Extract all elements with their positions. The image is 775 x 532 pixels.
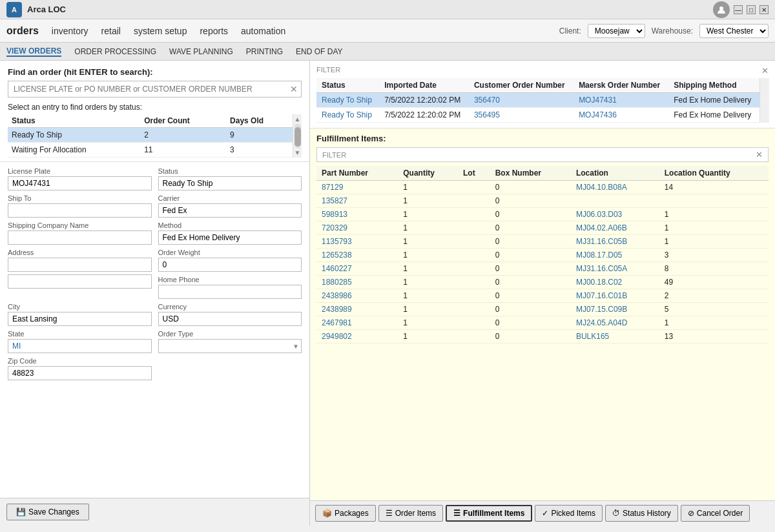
- order-weight-label: Order Weight: [158, 249, 302, 256]
- shipping-company-input[interactable]: [8, 230, 152, 245]
- user-avatar[interactable]: [713, 1, 730, 18]
- fulfillment-items-icon: ☰: [453, 509, 460, 518]
- orders-table-row[interactable]: Ready To Ship 7/5/2022 12:20:02 PM 35647…: [316, 93, 760, 108]
- sub-nav: VIEW ORDERS ORDER PROCESSING WAVE PLANNI…: [0, 43, 775, 61]
- status-table-row[interactable]: Waiting For Allocation 11 3: [8, 143, 293, 158]
- sub-nav-printing[interactable]: PRINTING: [246, 47, 283, 56]
- tab-packages[interactable]: 📦 Packages: [315, 505, 376, 522]
- fulfillment-filter-close[interactable]: ✕: [756, 150, 763, 159]
- tab-status-history[interactable]: ⏱ Status History: [605, 505, 678, 522]
- fulfillment-table-row[interactable]: 1265238 1 0 MJ08.17.D05 3: [316, 249, 769, 262]
- status-history-icon: ⏱: [612, 509, 620, 518]
- order-weight-input[interactable]: [158, 258, 302, 272]
- order-items-icon: ☰: [386, 509, 393, 518]
- license-plate-label: License Plate: [8, 167, 152, 175]
- tab-cancel-order[interactable]: ⊘ Cancel Order: [681, 505, 750, 522]
- lot-col: Lot: [458, 166, 490, 181]
- scroll-up-arrow[interactable]: ▲: [294, 116, 301, 123]
- fulfillment-table-row[interactable]: 2467981 1 0 MJ24.05.A04D 1: [316, 316, 769, 330]
- filter-label: FILTER: [316, 66, 340, 76]
- top-bar: A Arca LOC: [6, 2, 713, 17]
- zip-label: Zip Code: [8, 357, 152, 365]
- quantity-col: Quantity: [398, 166, 458, 181]
- order-detail-section: License Plate Status Ship To Carrier: [0, 162, 309, 498]
- ship-to-input[interactable]: [8, 203, 152, 218]
- fulfillment-title: Fulfillment Items:: [316, 134, 769, 143]
- fulfillment-table-row[interactable]: 720329 1 0 MJ04.02.A06B 1: [316, 221, 769, 235]
- order-type-label: Order Type: [158, 330, 302, 338]
- address-label: Address: [8, 249, 152, 256]
- zip-input[interactable]: [8, 366, 152, 380]
- orders-table: Status Imported Date Customer Order Numb…: [316, 78, 760, 123]
- order-type-input[interactable]: [158, 339, 302, 353]
- nav-item-orders[interactable]: orders: [6, 25, 39, 37]
- status-table-row[interactable]: Ready To Ship 2 9: [8, 128, 293, 143]
- tab-picked-items[interactable]: ✓ Picked Items: [535, 505, 603, 522]
- filter-section: FILTER ✕ Status Imported Date Customer O…: [310, 61, 775, 128]
- save-changes-button[interactable]: 💾 Save Changes: [6, 504, 89, 520]
- nav-item-automation[interactable]: automation: [241, 26, 285, 36]
- fulfillment-table-row[interactable]: 2438986 1 0 MJ07.16.C01B 2: [316, 289, 769, 303]
- method-label: Method: [158, 221, 302, 229]
- main-nav: orders inventory retail system setup rep…: [0, 19, 775, 43]
- tab-fulfillment-items[interactable]: ☰ Fulfillment Items: [446, 505, 532, 522]
- carrier-label: Carrier: [158, 194, 302, 202]
- fulfillment-table-row[interactable]: 1460227 1 0 MJ31.16.C05A 8: [316, 262, 769, 276]
- days-old-col-header: Days Old: [226, 114, 293, 128]
- customer-order-column: Customer Order Number: [469, 78, 574, 93]
- fulfillment-table-row[interactable]: 2438989 1 0 MJ07.15.C09B 5: [316, 303, 769, 316]
- app-logo: A: [6, 2, 22, 17]
- nav-item-retail[interactable]: retail: [101, 26, 121, 36]
- sub-nav-wave-planning[interactable]: WAVE PLANNING: [169, 47, 233, 56]
- fulfillment-table: Part Number Quantity Lot Box Number Loca…: [316, 166, 769, 343]
- bottom-action-bar: 💾 Save Changes: [0, 498, 309, 526]
- status-column: Status: [316, 78, 379, 93]
- warehouse-select[interactable]: West Chester: [699, 24, 769, 38]
- nav-item-system-setup[interactable]: system setup: [134, 26, 187, 36]
- tab-order-items[interactable]: ☰ Order Items: [378, 505, 443, 522]
- address2-input[interactable]: [8, 274, 152, 289]
- address1-input[interactable]: [8, 258, 152, 272]
- carrier-input[interactable]: [158, 203, 302, 218]
- filter-close-icon[interactable]: ✕: [761, 66, 769, 76]
- fulfillment-table-row[interactable]: 135827 1 0: [316, 194, 769, 208]
- fulfillment-table-row[interactable]: 1135793 1 0 MJ31.16.C05B 1: [316, 235, 769, 249]
- sub-nav-view-orders[interactable]: VIEW ORDERS: [6, 46, 61, 57]
- state-input[interactable]: [8, 339, 152, 353]
- client-label: Client:: [559, 26, 581, 36]
- location-qty-col: Location Quantity: [659, 166, 769, 181]
- license-plate-input[interactable]: [8, 176, 152, 190]
- packages-icon: 📦: [322, 509, 332, 518]
- fulfillment-table-row[interactable]: 598913 1 0 MJ06.03.D03 1: [316, 208, 769, 221]
- picked-items-icon: ✓: [542, 509, 548, 518]
- location-col: Location: [571, 166, 659, 181]
- nav-item-reports[interactable]: reports: [200, 26, 228, 36]
- sub-nav-order-processing[interactable]: ORDER PROCESSING: [74, 47, 156, 56]
- nav-item-inventory[interactable]: inventory: [52, 26, 88, 36]
- minimize-button[interactable]: —: [734, 5, 743, 14]
- order-count-col-header: Order Count: [140, 114, 226, 128]
- fulfillment-table-row[interactable]: 1880285 1 0 MJ00.18.C02 49: [316, 276, 769, 289]
- orders-table-row[interactable]: Ready To Ship 7/5/2022 12:20:02 PM 35649…: [316, 108, 760, 123]
- close-button[interactable]: ✕: [760, 5, 769, 14]
- method-input[interactable]: [158, 230, 302, 245]
- box-number-col: Box Number: [490, 166, 571, 181]
- fulfillment-filter-label: FILTER: [322, 151, 756, 159]
- status-input[interactable]: [158, 176, 302, 190]
- sub-nav-end-of-day[interactable]: END OF DAY: [296, 47, 342, 56]
- search-label: Find an order (hit ENTER to search):: [8, 67, 302, 77]
- city-input[interactable]: [8, 312, 152, 326]
- search-clear-icon[interactable]: ✕: [290, 84, 298, 94]
- currency-input[interactable]: [158, 312, 302, 326]
- state-label: State: [8, 330, 152, 338]
- client-select[interactable]: Moosejaw: [588, 24, 645, 38]
- scroll-down-arrow[interactable]: ▼: [294, 149, 301, 156]
- home-phone-label: Home Phone: [158, 276, 302, 283]
- maximize-button[interactable]: □: [747, 5, 756, 14]
- search-input[interactable]: [8, 81, 302, 97]
- ship-to-label: Ship To: [8, 194, 152, 202]
- fulfillment-table-row[interactable]: 2949802 1 0 BULK165 13: [316, 330, 769, 343]
- shipping-company-label: Shipping Company Name: [8, 221, 152, 229]
- home-phone-input[interactable]: [158, 285, 302, 299]
- fulfillment-table-row[interactable]: 87129 1 0 MJ04.10.B08A 14: [316, 181, 769, 194]
